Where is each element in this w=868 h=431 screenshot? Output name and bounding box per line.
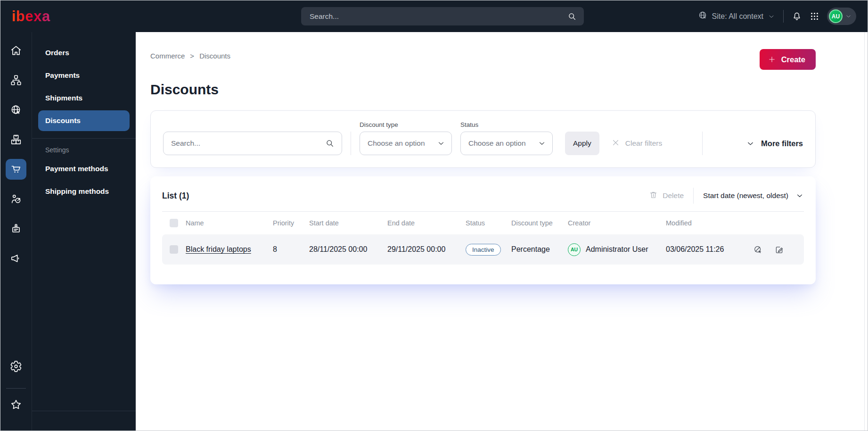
menu-divider	[32, 138, 136, 139]
main-content: Commerce > Discounts Create Discounts	[136, 32, 868, 431]
discount-type-cell: Percentage	[511, 245, 568, 254]
creator-name: Administrator User	[586, 245, 648, 254]
breadcrumb-discounts[interactable]: Discounts	[199, 52, 230, 60]
icon-rail-bottom	[6, 356, 26, 424]
breadcrumb-separator: >	[190, 52, 194, 60]
list-header: List (1) Delete Start date (newest, olde…	[162, 186, 804, 212]
start-date-cell: 28/11/2025 00:00	[309, 245, 387, 254]
filter-search-box[interactable]	[163, 132, 342, 155]
content-tree-icon[interactable]	[6, 70, 26, 91]
column-header-priority: Priority	[273, 219, 309, 227]
user-menu[interactable]: AU	[827, 8, 856, 25]
row-checkbox[interactable]	[170, 245, 178, 254]
discount-name-link[interactable]: Black friday laptops	[186, 245, 251, 253]
create-button-label: Create	[781, 55, 805, 64]
avatar: AU	[829, 9, 843, 23]
discount-type-select[interactable]: Choose an option	[360, 132, 452, 155]
menu-item-shipping-methods[interactable]: Shipping methods	[38, 181, 130, 202]
creator-cell: AU Administrator User	[568, 243, 666, 256]
clear-filters-button[interactable]: Clear filters	[612, 132, 662, 155]
filter-search-input[interactable]	[171, 139, 325, 148]
status-badge: Inactive	[466, 244, 501, 256]
menu-item-discounts[interactable]: Discounts	[38, 110, 130, 131]
search-icon[interactable]	[567, 12, 577, 21]
delete-button[interactable]: Delete	[649, 191, 684, 201]
more-filters-area: More filters	[702, 132, 803, 155]
chevron-down-icon	[437, 139, 445, 148]
close-icon	[612, 139, 620, 149]
icon-rail	[0, 32, 32, 431]
bookmarks-star-icon[interactable]	[6, 394, 26, 415]
search-icon[interactable]	[325, 139, 335, 148]
notification-bell-icon[interactable]	[792, 11, 802, 22]
home-icon[interactable]	[6, 40, 26, 61]
topbar: ibexa Site: All context	[0, 0, 868, 32]
plus-icon	[768, 55, 776, 64]
status-value: Choose an option	[468, 139, 526, 148]
filter-divider	[351, 132, 351, 155]
avatar: AU	[568, 243, 581, 256]
chevron-down-icon	[795, 191, 804, 200]
create-button[interactable]: Create	[760, 49, 816, 70]
menu-item-shipments[interactable]: Shipments	[38, 88, 130, 108]
topbar-divider	[783, 10, 784, 23]
modified-cell: 03/06/2025 11:26	[666, 245, 752, 254]
sort-selector[interactable]: Start date (newest, oldest)	[703, 191, 804, 200]
site-context-selector[interactable]: Site: All context	[698, 10, 775, 22]
column-header-end-date: End date	[387, 219, 466, 227]
products-boxes-icon[interactable]	[6, 129, 26, 150]
breadcrumb: Commerce > Discounts	[150, 49, 230, 60]
column-header-discount-type: Discount type	[511, 219, 568, 227]
priority-cell: 8	[273, 245, 309, 254]
breadcrumb-commerce[interactable]: Commerce	[150, 52, 185, 60]
site-context-label: Site: All context	[712, 12, 763, 21]
column-header-name: Name	[186, 219, 273, 227]
site-context-globe-icon	[698, 10, 708, 22]
corporate-badge-icon[interactable]	[6, 218, 26, 239]
list-header-divider	[693, 188, 694, 204]
site-globe-icon[interactable]	[6, 99, 26, 120]
column-header-status: Status	[466, 219, 511, 227]
more-filters-button[interactable]: More filters	[746, 139, 803, 148]
sort-label: Start date (newest, oldest)	[703, 191, 788, 200]
global-search-bar[interactable]	[301, 7, 584, 25]
trash-icon	[649, 191, 658, 201]
column-header-start-date: Start date	[309, 219, 387, 227]
column-header-modified: Modified	[666, 219, 752, 227]
filter-divider	[702, 132, 703, 155]
settings-gear-icon[interactable]	[6, 356, 26, 377]
rail-divider	[6, 388, 26, 389]
preview-disabled-icon[interactable]	[753, 245, 763, 255]
commerce-cart-icon[interactable]	[6, 159, 26, 180]
column-header-creator: Creator	[568, 219, 666, 227]
chevron-down-icon	[746, 139, 755, 148]
table-header-row: Name Priority Start date End date Status…	[162, 212, 804, 234]
row-actions	[752, 245, 804, 255]
more-filters-label: More filters	[761, 139, 803, 148]
customer-target-icon[interactable]	[6, 189, 26, 209]
apply-button[interactable]: Apply	[565, 132, 599, 155]
menu-item-payments[interactable]: Payments	[38, 65, 130, 86]
menu-item-payment-methods[interactable]: Payment methods	[38, 158, 130, 179]
app-grid-icon[interactable]	[810, 12, 819, 21]
status-label: Status	[460, 121, 553, 128]
ibexa-logo[interactable]: ibexa	[12, 8, 50, 25]
discounts-list-card: List (1) Delete Start date (newest, olde…	[150, 176, 816, 284]
list-header-actions: Delete Start date (newest, oldest)	[649, 188, 804, 204]
panel-bottom-bar	[32, 411, 136, 431]
scrollbar-track[interactable]	[864, 32, 868, 431]
edit-icon[interactable]	[774, 245, 784, 255]
list-title: List (1)	[162, 191, 189, 201]
filters-card: Discount type Choose an option Status Ch…	[150, 110, 816, 168]
status-select[interactable]: Choose an option	[460, 132, 553, 155]
chevron-down-icon	[768, 13, 775, 20]
chevron-down-icon	[845, 13, 852, 20]
app-body: Orders Payments Shipments Discounts Sett…	[0, 32, 868, 431]
menu-section-settings: Settings	[32, 142, 136, 157]
select-all-checkbox[interactable]	[170, 219, 178, 227]
discount-type-filter: Discount type Choose an option	[360, 121, 452, 155]
marketing-megaphone-icon[interactable]	[6, 248, 26, 269]
global-search-input[interactable]	[310, 12, 567, 21]
topbar-right-cluster: Site: All context AU	[698, 8, 856, 25]
menu-item-orders[interactable]: Orders	[38, 42, 130, 63]
